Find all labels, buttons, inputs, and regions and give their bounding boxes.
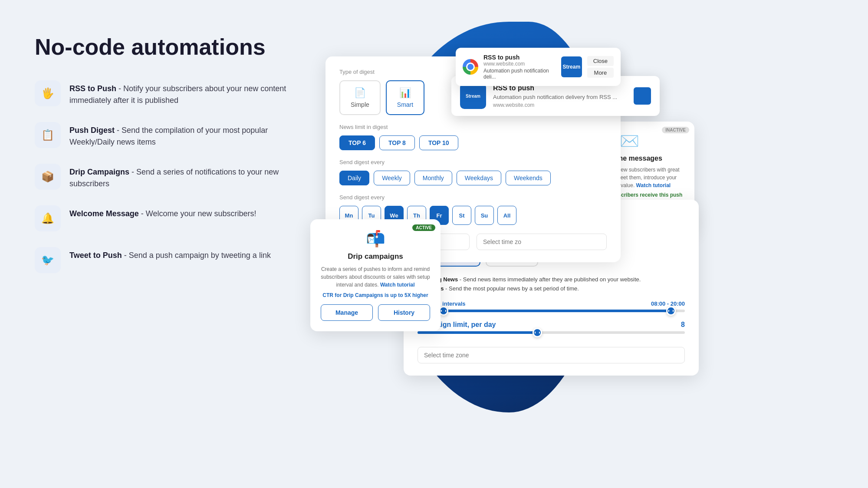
campaign-limit-row: Campaign limit, per day 8 [418,321,685,329]
tweet-push-name: Tweet to Push [69,251,122,260]
notif2-decoration [634,87,651,105]
notif2-logo: Stream [460,83,486,109]
feature-push-digest: 📋 Push Digest - Send the compilation of … [35,122,286,148]
rss-push-text: RSS to Push - Notify your subscribers ab… [69,80,286,106]
tweet-push-icon: 🐦 [35,247,61,273]
frequency-group: Daily Weekly Monthly Weekdays Weekends [339,171,607,185]
rss-push-icon: 🖐️ [35,80,61,106]
notif2-content: RSS to push Automation push notification… [493,84,627,108]
tweet-push-desc: - Send a push campaign by tweeting a lin… [122,251,271,260]
smart-icon: 📊 [399,87,411,99]
campaign-limit-slider-handle[interactable] [533,328,542,337]
news-limit-group: TOP 6 TOP 8 TOP 10 [339,135,607,150]
notif1-url: www.website.com [483,61,556,67]
notif2-url: www.website.com [493,102,627,108]
notif2-desc: Automation push notification delivery fr… [493,94,627,100]
notif1-logo: Stream [561,56,582,77]
send-every-label2: Send digest every [339,194,607,201]
breaking-news-desc-text: - Send news items immediately after they… [458,276,641,283]
feature-drip-campaigns: 📦 Drip Campaigns - Send a series of noti… [35,164,286,190]
day-all[interactable]: All [497,206,516,225]
digest-type-simple-label: Simple [351,101,369,108]
drip-card-desc: Create a series of pushes to inform and … [321,265,430,289]
intervals-slider-right-handle[interactable] [666,306,676,316]
campaign-limit-value: 8 [681,321,685,329]
right-section: RSS to push www.website.com Automation p… [304,0,868,488]
feature-tweet-push: 🐦 Tweet to Push - Send a push campaign b… [35,247,286,273]
drip-campaigns-text: Drip Campaigns - Send a series of notifi… [69,164,286,190]
day-st[interactable]: St [452,206,471,225]
freq-weekly[interactable]: Weekly [374,171,410,185]
drip-card-title: Drip campaigns [321,252,430,261]
send-every-label: Send digest every [339,159,607,165]
push-digest-text: Push Digest - Send the compilation of yo… [69,122,286,148]
intervals-slider-fill [444,310,672,312]
active-badge: ACTIVE [412,224,435,231]
news-limit-top10[interactable]: TOP 10 [419,135,458,150]
news-limit-top6[interactable]: TOP 6 [339,135,375,150]
news-limit-label: News limit in digest [339,124,607,130]
welcome-message-name: Welcome Message [69,209,139,218]
drip-actions: Manage History [321,304,430,321]
page-title: No-code automations [35,35,286,59]
digest-type-smart-label: Smart [397,101,413,108]
intervals-label-row: Selected intervals 08:00 - 20:00 [418,300,685,307]
digest-type-smart[interactable]: 📊 Smart [386,80,424,115]
freq-weekends[interactable]: Weekends [506,171,551,185]
notif1-more-button[interactable]: More [587,68,614,78]
left-section: No-code automations 🖐️ RSS to Push - Not… [35,35,286,289]
simple-icon: 📄 [354,87,366,99]
intervals-value: 08:00 - 20:00 [651,300,685,307]
rss-timezone-input[interactable] [418,347,685,363]
timezone-input[interactable] [477,234,607,250]
feature-rss-push: 🖐️ RSS to Push - Notify your subscribers… [35,80,286,106]
top-news-desc-text: - Send the most popular news by a set pe… [444,285,579,292]
digest-type-simple[interactable]: 📄 Simple [339,80,381,115]
drip-watch-tutorial-link[interactable]: Watch tutorial [380,282,415,288]
welcome-message-icon: 🔔 [35,205,61,231]
notif1-title: RSS to push [483,54,556,61]
welcome-watch-tutorial-link[interactable]: Watch tutorial [636,182,671,188]
notif1-content: RSS to push www.website.com Automation p… [483,54,556,80]
notification-popup-1: RSS to push www.website.com Automation p… [456,48,621,86]
chrome-icon [463,59,478,75]
drip-campaigns-name: Drip Campaigns [69,168,129,176]
drip-envelope-icon: 📬 [321,230,430,248]
inactive-badge: INACTIVE [662,127,689,133]
feature-welcome-message: 🔔 Welcome Message - Welcome your new sub… [35,205,286,231]
push-digest-icon: 📋 [35,122,61,148]
freq-monthly[interactable]: Monthly [414,171,452,185]
day-su[interactable]: Su [475,206,494,225]
welcome-message-desc: - Welcome your new subscribers! [139,209,256,218]
news-limit-top8[interactable]: TOP 8 [379,135,415,150]
notif1-actions: Close More [587,56,614,78]
drip-manage-button[interactable]: Manage [321,304,373,321]
campaign-limit-slider[interactable] [418,331,685,334]
notif1-desc: Automation push notification deli... [483,68,556,80]
notif1-close-button[interactable]: Close [587,56,614,66]
freq-daily[interactable]: Daily [339,171,369,185]
rss-description: Breaking News - Send news items immediat… [418,275,685,293]
tweet-push-text: Tweet to Push - Send a push campaign by … [69,247,271,261]
drip-card: ACTIVE 📬 Drip campaigns Create a series … [310,219,441,331]
drip-history-button[interactable]: History [378,304,430,321]
intervals-slider[interactable] [418,310,685,312]
freq-weekdays[interactable]: Weekdays [457,171,501,185]
drip-campaigns-icon: 📦 [35,164,61,190]
drip-ctr-text: CTR for Drip Campaigns is up to 5X highe… [321,292,430,298]
campaign-limit-slider-fill [418,331,538,334]
push-digest-name: Push Digest [69,126,115,135]
welcome-message-text: Welcome Message - Welcome your new subsc… [69,205,256,220]
rss-push-name: RSS to Push [69,84,116,93]
